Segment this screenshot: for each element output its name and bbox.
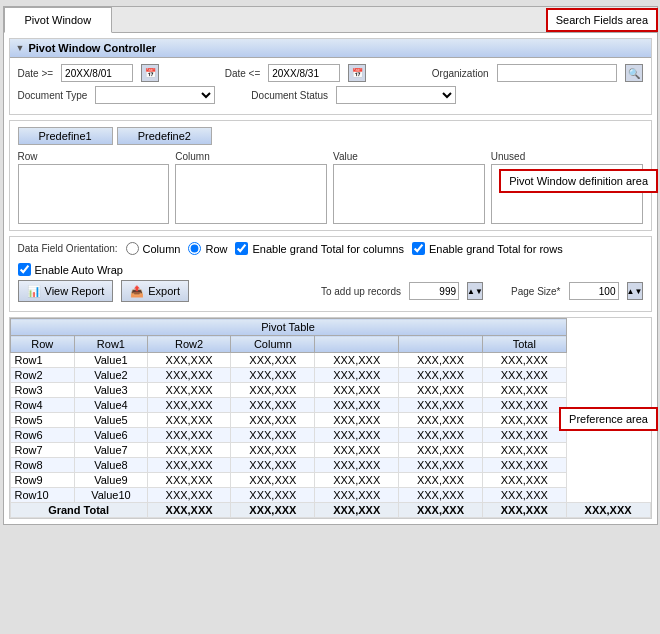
table-cell: XXX,XXX [147, 353, 231, 368]
row-radio[interactable] [188, 242, 201, 255]
table-cell: XXX,XXX [482, 413, 566, 428]
table-cell: Row9 [10, 473, 75, 488]
table-row: Row10Value10XXX,XXXXXX,XXXXXX,XXXXXX,XXX… [10, 488, 650, 503]
th-row1: Row1 [75, 336, 148, 353]
table-cell: XXX,XXX [231, 443, 315, 458]
table-cell: Row8 [10, 458, 75, 473]
table-row: Row8Value8XXX,XXXXXX,XXXXXX,XXXXXX,XXXXX… [10, 458, 650, 473]
table-cell: XXX,XXX [399, 353, 483, 368]
export-button[interactable]: 📤 Export [121, 280, 189, 302]
table-cell: XXX,XXX [399, 398, 483, 413]
grand-row-checkbox[interactable]: Enable grand Total for rows [412, 242, 563, 255]
controller-section: ▼ Pivot Window Controller Date >= 📅 Date… [9, 38, 652, 115]
doctype-select[interactable] [95, 86, 215, 104]
date-from-input[interactable] [61, 64, 133, 82]
search-fields-annotation: Search Fields area [546, 8, 658, 32]
table-row: Row9Value9XXX,XXXXXX,XXXXXX,XXXXXX,XXXXX… [10, 473, 650, 488]
table-row: Row4Value4XXX,XXXXXX,XXXXXX,XXXXXX,XXXXX… [10, 398, 650, 413]
table-cell: XXX,XXX [147, 383, 231, 398]
table-cell: Row10 [10, 488, 75, 503]
org-search-button[interactable]: 🔍 [625, 64, 643, 82]
table-cell: XXX,XXX [231, 413, 315, 428]
collapse-icon: ▼ [16, 43, 25, 53]
table-cell: Row4 [10, 398, 75, 413]
grand-total-cell: XXX,XXX [399, 503, 483, 518]
table-row: Row6Value6XXX,XXXXXX,XXXXXX,XXXXXX,XXXXX… [10, 428, 650, 443]
date-row: Date >= 📅 Date <= 📅 Organization 🔍 [18, 64, 643, 82]
auto-wrap-checkbox[interactable]: Enable Auto Wrap [18, 263, 123, 276]
table-cell: Value2 [75, 368, 148, 383]
table-row: Row3Value3XXX,XXXXXX,XXXXXX,XXXXXX,XXXXX… [10, 383, 650, 398]
org-label: Organization [432, 68, 489, 79]
pivot-col-value: Value [333, 151, 485, 224]
table-cell: Row3 [10, 383, 75, 398]
export-icon: 📤 [130, 285, 144, 298]
table-row: Row2Value2XXX,XXXXXX,XXXXXX,XXXXXX,XXXXX… [10, 368, 650, 383]
table-cell: XXX,XXX [231, 383, 315, 398]
date-from-calendar-button[interactable]: 📅 [141, 64, 159, 82]
table-cell: XXX,XXX [399, 473, 483, 488]
th-column: Column [231, 336, 315, 353]
row-radio-group[interactable]: Row [188, 242, 227, 255]
pivot-row-box[interactable] [18, 164, 170, 224]
table-cell: XXX,XXX [482, 458, 566, 473]
add-up-input[interactable] [409, 282, 459, 300]
grand-total-row: Grand TotalXXX,XXXXXX,XXXXXX,XXXXXX,XXXX… [10, 503, 650, 518]
pivot-value-box[interactable] [333, 164, 485, 224]
table-cell: Value6 [75, 428, 148, 443]
date-to-calendar-button[interactable]: 📅 [348, 64, 366, 82]
predefine1-button[interactable]: Predefine1 [18, 127, 113, 145]
options-section: Data Field Orientation: Column Row Enabl… [9, 236, 652, 312]
grand-total-cell: XXX,XXX [231, 503, 315, 518]
table-cell: XXX,XXX [399, 458, 483, 473]
pivot-col-row: Row [18, 151, 170, 224]
table-title: Pivot Table [10, 319, 566, 336]
col-radio-group[interactable]: Column [126, 242, 181, 255]
table-cell: XXX,XXX [315, 473, 399, 488]
view-report-button[interactable]: 📊 View Report [18, 280, 114, 302]
add-up-spinner[interactable]: ▲▼ [467, 282, 483, 300]
orientation-row: Data Field Orientation: Column Row Enabl… [18, 242, 643, 276]
controller-header: ▼ Pivot Window Controller [10, 39, 651, 58]
table-cell: XXX,XXX [231, 458, 315, 473]
pivot-column-box[interactable] [175, 164, 327, 224]
page-size-spinner[interactable]: ▲▼ [627, 282, 643, 300]
table-cell: Row5 [10, 413, 75, 428]
page-size-input[interactable] [569, 282, 619, 300]
table-cell: XXX,XXX [482, 428, 566, 443]
table-cell: XXX,XXX [231, 473, 315, 488]
grand-col-checkbox[interactable]: Enable grand Total for columns [235, 242, 403, 255]
search-fields-area: Date >= 📅 Date <= 📅 Organization 🔍 Docum… [10, 58, 651, 114]
table-cell: XXX,XXX [231, 353, 315, 368]
table-cell: XXX,XXX [147, 473, 231, 488]
table-cell: XXX,XXX [315, 368, 399, 383]
docstatus-select[interactable] [336, 86, 456, 104]
view-report-icon: 📊 [27, 285, 41, 298]
table-cell: XXX,XXX [147, 398, 231, 413]
table-cell: XXX,XXX [147, 458, 231, 473]
table-cell: XXX,XXX [147, 428, 231, 443]
table-cell: XXX,XXX [482, 353, 566, 368]
preference-annotation: Preference area [559, 407, 658, 431]
date-to-input[interactable] [268, 64, 340, 82]
th-row: Row [10, 336, 75, 353]
predefine2-button[interactable]: Predefine2 [117, 127, 212, 145]
table-cell: XXX,XXX [482, 383, 566, 398]
th-col3 [399, 336, 483, 353]
table-cell: XXX,XXX [315, 488, 399, 503]
table-cell: XXX,XXX [399, 428, 483, 443]
org-input[interactable] [497, 64, 617, 82]
col-radio[interactable] [126, 242, 139, 255]
grand-total-cell: XXX,XXX [147, 503, 231, 518]
th-row2: Row2 [147, 336, 231, 353]
table-cell: XXX,XXX [147, 368, 231, 383]
table-cell: Row6 [10, 428, 75, 443]
table-header-row: Row Row1 Row2 Column Total [10, 336, 650, 353]
tab-pivot-window[interactable]: Pivot Window [4, 7, 113, 33]
grand-total-cell: XXX,XXX [315, 503, 399, 518]
grand-total-cell: XXX,XXX [566, 503, 650, 518]
table-cell: Value7 [75, 443, 148, 458]
table-row: Row5Value5XXX,XXXXXX,XXXXXX,XXXXXX,XXXXX… [10, 413, 650, 428]
page-size-label: Page Size* [511, 286, 560, 297]
table-cell: XXX,XXX [399, 488, 483, 503]
